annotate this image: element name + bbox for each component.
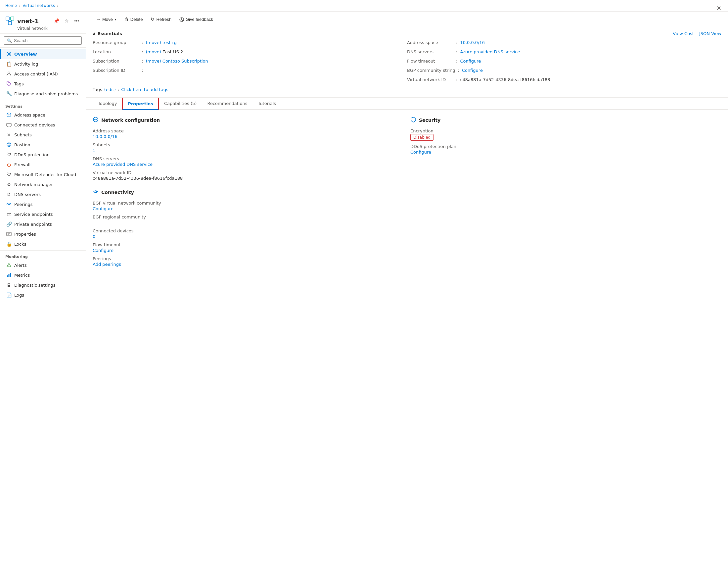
refresh-label: Refresh [156,17,171,22]
tags-edit-link[interactable]: (edit) [104,87,116,92]
subscription-move-link[interactable]: (move) [146,59,161,64]
sidebar-item-access-control[interactable]: Access control (IAM) [0,69,86,79]
svg-rect-1 [11,17,14,20]
prop-peerings: Peerings Add peerings [93,256,404,267]
sidebar-nav: Overview 📋 Activity log Access control (… [0,48,86,572]
sidebar-item-private-endpoints[interactable]: 🔗 Private endpoints [0,219,86,229]
svg-rect-22 [7,275,8,277]
defender-icon: 🛡 [6,172,12,177]
sidebar-item-connected-devices[interactable]: Connected devices [0,120,86,130]
disabled-badge: Disabled [410,134,433,141]
prop-bgp-community-value[interactable]: Configure [93,206,113,211]
toolbar: → Move ▾ 🗑 Delete ↻ Refresh Give feedbac… [86,12,728,27]
tab-tutorials[interactable]: Tutorials [252,98,281,110]
tab-topology[interactable]: Topology [93,98,122,110]
essentials-title[interactable]: ∧ Essentials [93,31,122,36]
delete-label: Delete [131,17,143,22]
pin-button[interactable]: 📌 [52,17,61,24]
breadcrumb-home[interactable]: Home [5,3,17,8]
sidebar-item-diagnose[interactable]: 🔧 Diagnose and solve problems [0,89,86,99]
address-space-value[interactable]: 10.0.0.0/16 [460,40,485,45]
sidebar-item-activity-log[interactable]: 📋 Activity log [0,59,86,69]
sidebar-item-metrics[interactable]: Metrics [0,270,86,280]
feedback-icon [179,16,184,22]
location-move-link[interactable]: (move) [146,49,161,54]
sidebar-item-bastion[interactable]: Bastion [0,140,86,150]
tab-properties[interactable]: Properties [122,98,159,110]
connectivity-title: Connectivity [101,190,134,195]
rg-move-link[interactable]: (move) [146,40,161,45]
prop-connected-devices-value[interactable]: 0 [93,234,95,239]
flow-timeout-label-ess: Flow timeout [407,59,453,64]
properties-grid: Network configuration Address space 10.0… [93,117,721,270]
svg-point-7 [8,82,9,83]
more-button[interactable]: ••• [73,17,80,24]
feedback-button[interactable]: Give feedback [176,15,217,23]
search-input[interactable] [14,38,79,43]
tab-capabilities[interactable]: Capabilities (5) [159,98,202,110]
address-space-icon [6,112,12,118]
search-box[interactable]: 🔍 [4,37,82,45]
close-button[interactable]: ✕ [716,5,721,12]
properties-content: Network configuration Address space 10.0… [86,110,728,277]
sidebar-item-address-space[interactable]: Address space [0,110,86,120]
view-cost-link[interactable]: View Cost [673,31,694,36]
prop-encryption: Encryption Disabled [410,129,721,141]
tags-colon: : [118,87,119,92]
prop-flow-timeout-value[interactable]: Configure [93,248,113,253]
prop-ddos-plan-value[interactable]: Configure [410,150,431,155]
tags-add-link[interactable]: Click here to add tags [121,87,168,92]
sidebar-item-defender[interactable]: 🛡 Microsoft Defender for Cloud [0,169,86,180]
prop-dns-servers-value[interactable]: Azure provided DNS service [93,162,153,167]
sidebar-item-overview[interactable]: Overview [0,49,86,59]
sidebar-item-properties[interactable]: Properties [0,229,86,239]
sidebar-item-peerings[interactable]: Peerings [0,199,86,209]
sidebar: vnet-1 📌 ☆ ••• Virtual network 🔍 [0,12,86,572]
svg-point-15 [10,204,11,205]
prop-peerings-value[interactable]: Add peerings [93,262,121,267]
flow-timeout-value[interactable]: Configure [460,59,481,64]
connected-devices-icon [6,122,12,128]
rg-value[interactable]: test-rg [162,40,177,45]
sidebar-item-logs[interactable]: 📄 Logs [0,290,86,300]
sidebar-item-locks[interactable]: 🔒 Locks [0,239,86,249]
prop-subnets-value[interactable]: 1 [93,148,95,153]
metrics-icon [6,272,12,278]
delete-button[interactable]: 🗑 Delete [121,15,146,23]
sidebar-item-dns-servers-label: DNS servers [14,192,41,197]
breadcrumb-virtual-networks[interactable]: Virtual networks [22,3,55,8]
overview-icon [6,51,12,57]
prop-bgp-regional-label: BGP regional community [93,214,404,219]
sidebar-item-service-endpoints[interactable]: ⇄ Service endpoints [0,209,86,219]
tab-recommendations[interactable]: Recommendations [202,98,252,110]
json-view-link[interactable]: JSON View [699,31,721,36]
sidebar-item-subnets[interactable]: ✕ Subnets [0,130,86,140]
sidebar-item-dns-servers[interactable]: 🖥 DNS servers [0,189,86,199]
vnet-id-label-ess: Virtual network ID [407,77,453,82]
network-config-header: Network configuration [93,117,404,124]
refresh-button[interactable]: ↻ Refresh [147,15,175,23]
connectivity-section: Connectivity BGP virtual network communi… [93,189,404,267]
sidebar-item-alerts[interactable]: Alerts [0,260,86,270]
dns-value[interactable]: Azure provided DNS service [460,49,520,54]
sidebar-item-diagnose-label: Diagnose and solve problems [14,91,78,96]
prop-address-space-value[interactable]: 10.0.0.0/16 [93,134,117,139]
sidebar-item-address-space-label: Address space [14,113,45,118]
sidebar-item-network-manager[interactable]: ⚙ Network manager [0,180,86,189]
favorite-button[interactable]: ☆ [63,17,70,24]
sidebar-item-bastion-label: Bastion [14,142,30,147]
prop-connected-devices: Connected devices 0 [93,228,404,239]
sidebar-item-firewall[interactable]: Firewall [0,159,86,169]
bgp-value[interactable]: Configure [462,68,483,73]
sidebar-item-diagnostic-settings[interactable]: 🖥 Diagnostic settings [0,280,86,290]
sidebar-item-ddos[interactable]: 🛡 DDoS protection [0,150,86,159]
essentials-section: ∧ Essentials View Cost JSON View Resourc… [86,27,728,98]
sidebar-item-tags[interactable]: Tags [0,79,86,89]
prop-encryption-label: Encryption [410,129,721,133]
dns-label-ess: DNS servers [407,49,453,54]
security-header: Security [410,117,721,124]
sidebar-item-overview-label: Overview [14,52,37,57]
private-endpoints-icon: 🔗 [6,221,12,227]
move-button[interactable]: → Move ▾ [93,15,119,23]
subscription-value[interactable]: Contoso Subscription [162,59,208,64]
